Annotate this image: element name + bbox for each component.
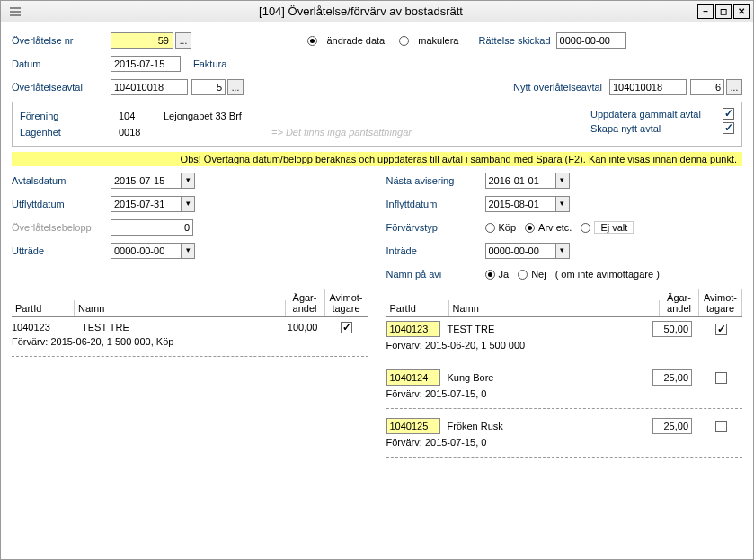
andrade-data-radio[interactable] bbox=[307, 36, 317, 46]
uttrade-input[interactable] bbox=[111, 243, 181, 259]
avimottagare-checkbox[interactable] bbox=[715, 421, 727, 432]
th-partid: PartId bbox=[12, 300, 75, 316]
andel-input[interactable] bbox=[652, 321, 692, 337]
avimottagare-checkbox[interactable] bbox=[341, 322, 352, 333]
nej-radio[interactable] bbox=[518, 270, 528, 280]
chevron-down-icon[interactable]: ▾ bbox=[555, 196, 570, 212]
maximize-button[interactable]: ◻ bbox=[715, 4, 732, 19]
datum-label: Datum bbox=[12, 58, 111, 69]
overlatelseavtal-id-input[interactable] bbox=[111, 79, 188, 95]
avtalsdatum-input[interactable] bbox=[111, 173, 181, 189]
skapa-label: Skapa nytt avtal bbox=[590, 123, 661, 134]
nytt-avtal-lookup-button[interactable]: ... bbox=[726, 79, 742, 95]
window: [104] Överlåtelse/förvärv av bostadsrätt… bbox=[0, 0, 754, 560]
party-row: TEST TREFörvärv: 2015-06-20, 1 500 000 bbox=[386, 317, 743, 360]
inflytt-input[interactable] bbox=[485, 196, 555, 212]
uttrade-label: Utträde bbox=[12, 245, 111, 256]
lagenhet-id: 0018 bbox=[119, 127, 164, 138]
belopp-label: Överlåtelsebelopp bbox=[12, 222, 111, 233]
partid-text: 1040123 bbox=[12, 322, 75, 333]
nasta-label: Nästa avisering bbox=[386, 175, 485, 186]
party-name: TEST TRE bbox=[82, 322, 271, 333]
th-andel: Ägar-andel bbox=[660, 289, 699, 316]
menu-icon[interactable] bbox=[10, 7, 24, 16]
party-subtext: Förvärv: 2015-07-15, 0 bbox=[386, 388, 743, 399]
minimize-button[interactable]: – bbox=[697, 4, 714, 19]
pant-hint: => Det finns inga pantsättningar bbox=[271, 127, 412, 138]
party-subtext: Förvärv: 2015-06-20, 1 500 000, Köp bbox=[12, 336, 368, 347]
utflytt-input[interactable] bbox=[111, 196, 181, 212]
overlatelseavtal-label: Överlåtelseavtal bbox=[12, 82, 111, 93]
right-column: Nästa avisering ▾ Inflyttdatum ▾ Förvärv… bbox=[386, 172, 743, 463]
avimottagare-checkbox[interactable] bbox=[715, 324, 727, 335]
belopp-input[interactable] bbox=[111, 219, 193, 236]
overlatelseavtal-lookup-button[interactable]: ... bbox=[227, 79, 244, 95]
kop-radio[interactable] bbox=[485, 223, 495, 233]
overlatelse-nr-input[interactable] bbox=[111, 32, 173, 49]
party-subtext: Förvärv: 2015-07-15, 0 bbox=[386, 437, 743, 448]
th-namn: Namn bbox=[449, 300, 661, 316]
ja-radio[interactable] bbox=[485, 270, 495, 280]
uppdatera-label: Uppdatera gammalt avtal bbox=[590, 109, 701, 120]
intrade-input[interactable] bbox=[485, 243, 555, 259]
kop-label: Köp bbox=[499, 222, 517, 233]
nytt-avtal-seq-input[interactable] bbox=[690, 79, 724, 95]
close-button[interactable]: ✕ bbox=[733, 4, 750, 19]
titlebar: [104] Överlåtelse/förvärv av bostadsrätt… bbox=[1, 1, 753, 22]
namnavi-label: Namn på avi bbox=[386, 269, 485, 280]
uppdatera-checkbox[interactable] bbox=[723, 108, 734, 120]
arv-radio[interactable] bbox=[525, 223, 535, 233]
makulera-radio[interactable] bbox=[399, 36, 409, 46]
th-avi: Avimot-tagare bbox=[325, 289, 368, 316]
andel-text: 100,00 bbox=[279, 322, 318, 333]
skapa-checkbox[interactable] bbox=[723, 122, 734, 134]
party-row: Fröken RuskFörvärv: 2015-07-15, 0 bbox=[386, 414, 743, 458]
left-column: Avtalsdatum ▾ Utflyttdatum ▾ Överlåtelse… bbox=[12, 172, 368, 463]
ejvalt-radio[interactable] bbox=[581, 223, 590, 233]
andel-input[interactable] bbox=[652, 418, 692, 434]
overlatelse-nr-lookup-button[interactable]: ... bbox=[175, 32, 191, 49]
partid-input[interactable] bbox=[386, 321, 440, 337]
nasta-input[interactable] bbox=[485, 173, 555, 189]
party-name: TEST TRE bbox=[448, 324, 646, 334]
th-namn: Namn bbox=[75, 300, 286, 316]
party-name: Fröken Rusk bbox=[448, 421, 646, 431]
ja-label: Ja bbox=[499, 269, 510, 280]
th-andel: Ägar-andel bbox=[286, 289, 325, 316]
utflytt-label: Utflyttdatum bbox=[12, 199, 111, 209]
th-avi: Avimot-tagare bbox=[699, 289, 742, 316]
forening-label: Förening bbox=[20, 111, 119, 121]
overlatelseavtal-seq-input[interactable] bbox=[191, 79, 226, 95]
faktura-label: Faktura bbox=[193, 58, 226, 69]
intrade-label: Inträde bbox=[386, 245, 485, 256]
party-row: Kung BoreFörvärv: 2015-07-15, 0 bbox=[386, 366, 743, 409]
chevron-down-icon[interactable]: ▾ bbox=[555, 243, 570, 259]
chevron-down-icon[interactable]: ▾ bbox=[181, 243, 195, 259]
avimottagare-checkbox[interactable] bbox=[715, 372, 727, 384]
datum-input[interactable] bbox=[111, 56, 181, 72]
chevron-down-icon[interactable]: ▾ bbox=[181, 173, 195, 189]
left-table-header: PartId Namn Ägar-andel Avimot-tagare bbox=[12, 289, 368, 317]
nej-label: Nej bbox=[531, 269, 546, 280]
th-partid: PartId bbox=[386, 300, 449, 316]
inflytt-label: Inflyttdatum bbox=[386, 199, 485, 209]
andrade-data-label: ändrade data bbox=[326, 35, 385, 46]
nytt-avtal-id-input[interactable] bbox=[609, 79, 687, 95]
rattelse-label: Rättelse skickad bbox=[479, 35, 551, 46]
andel-input[interactable] bbox=[652, 369, 692, 386]
rattelse-date-input[interactable] bbox=[556, 32, 626, 49]
avtalsdatum-label: Avtalsdatum bbox=[12, 175, 111, 186]
arv-label: Arv etc. bbox=[538, 222, 572, 233]
partid-input[interactable] bbox=[386, 418, 440, 434]
party-subtext: Förvärv: 2015-06-20, 1 500 000 bbox=[386, 340, 743, 351]
makulera-label: makulera bbox=[418, 35, 458, 46]
chevron-down-icon[interactable]: ▾ bbox=[181, 196, 195, 212]
association-box: Förening 104 Lejongapet 33 Brf Lägenhet … bbox=[12, 102, 742, 147]
forvarv-label: Förvärvstyp bbox=[386, 222, 485, 233]
partid-input[interactable] bbox=[386, 369, 440, 386]
party-row: 1040123TEST TRE100,00Förvärv: 2015-06-20… bbox=[12, 317, 368, 357]
chevron-down-icon[interactable]: ▾ bbox=[555, 173, 570, 189]
nytt-avtal-label: Nytt överlåtelseavtal bbox=[513, 82, 602, 93]
ejvalt-label: Ej valt bbox=[594, 221, 634, 234]
window-title: [104] Överlåtelse/förvärv av bostadsrätt bbox=[24, 4, 697, 18]
